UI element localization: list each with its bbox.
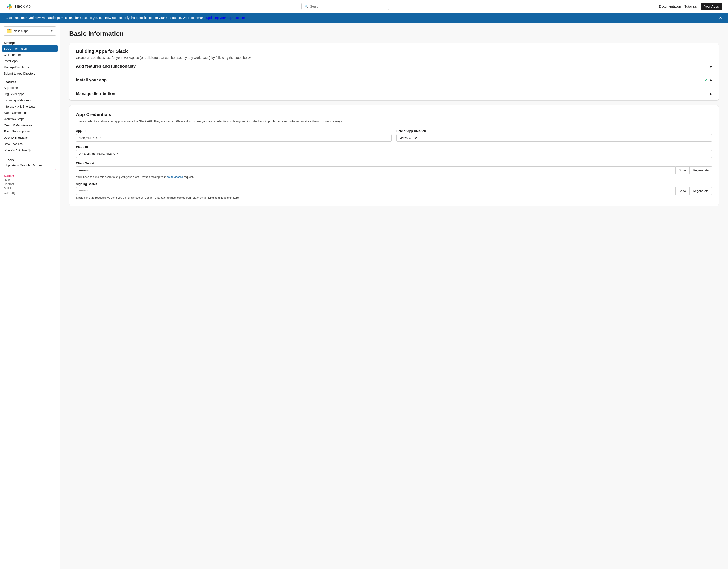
accordion-add-features-label: Add features and functionality [76, 64, 136, 69]
sidebar-item-update-granular-scopes[interactable]: Update to Granular Scopes [6, 163, 54, 168]
settings-section: Settings Basic Information Collaborators… [0, 39, 60, 77]
banner-close-button[interactable]: ✕ [719, 16, 722, 20]
app-selector[interactable]: 🗂️ classic app ▼ [4, 26, 56, 36]
accordion-install-app[interactable]: Install your app ✔ ▶ [69, 73, 719, 87]
accordion-manage-dist[interactable]: Manage distribution ▶ [69, 87, 719, 100]
slack-heart: Slack ♥ [4, 174, 56, 177]
sidebar-item-event-subscriptions[interactable]: Event Subscriptions [0, 128, 60, 135]
banner-text: Slack has improved how we handle permiss… [6, 16, 246, 20]
chevron-down-icon: ▼ [51, 30, 53, 32]
client-secret-regenerate-button[interactable]: Regenerate [690, 166, 712, 174]
signing-secret-show-button[interactable]: Show [676, 187, 690, 195]
search-input[interactable] [310, 5, 386, 8]
info-icon: ⓘ [28, 148, 31, 152]
sidebar-item-slash-commands[interactable]: Slash Commands [0, 110, 60, 116]
building-title: Building Apps for Slack [76, 49, 712, 54]
credentials-section: App Credentials These credentials allow … [69, 105, 719, 206]
accordion-manage-label: Manage distribution [76, 91, 115, 96]
sidebar-item-beta-features[interactable]: Beta Features [0, 141, 60, 147]
signing-secret-row: Show Regenerate [76, 187, 712, 195]
your-apps-button[interactable]: Your Apps [701, 3, 722, 10]
logo-api-text: api [26, 4, 32, 9]
slack-logo-icon [6, 3, 13, 10]
search-icon: 🔍 [304, 5, 308, 8]
sidebar-item-basic-information[interactable]: Basic Information [2, 45, 58, 52]
accordion-add-features[interactable]: Add features and functionality ▶ [69, 60, 719, 73]
sidebar-item-user-id-translation[interactable]: User ID Translation [0, 135, 60, 141]
sidebar-footer: Slack ♥ Help Contact Policies Our Blog [0, 174, 60, 195]
main-content: Basic Information Building Apps for Slac… [60, 23, 728, 569]
signing-secret-input [76, 187, 676, 195]
app-selector-icon: 🗂️ [7, 28, 12, 33]
client-secret-hint: You'll need to send this secret along wi… [76, 175, 712, 179]
sidebar-item-app-home[interactable]: App Home [0, 85, 60, 91]
page-title: Basic Information [69, 30, 719, 37]
sidebar-item-collaborators[interactable]: Collaborators [0, 52, 60, 58]
chevron-right-icon-2: ▶ [710, 78, 712, 82]
building-section: Building Apps for Slack Create an app th… [69, 43, 719, 60]
app-credentials-card: App Credentials These credentials allow … [69, 105, 719, 206]
sidebar-item-org-level-apps[interactable]: Org Level Apps [0, 91, 60, 97]
logo-slack-text: slack [14, 4, 25, 9]
client-secret-label: Client Secret [76, 162, 712, 165]
building-apps-card: Building Apps for Slack Create an app th… [69, 43, 719, 101]
sidebar-item-interactivity-shortcuts[interactable]: Interactivity & Shortcuts [0, 103, 60, 110]
tools-section-title: Tools [6, 158, 54, 163]
sidebar: 🗂️ classic app ▼ Settings Basic Informat… [0, 23, 60, 569]
client-secret-input [76, 166, 676, 174]
banner-link[interactable]: updating your app's scopes [206, 16, 246, 20]
footer-help-link[interactable]: Help [4, 177, 56, 182]
client-secret-show-button[interactable]: Show [676, 166, 690, 174]
tutorials-link[interactable]: Tutorials [685, 5, 697, 8]
footer-blog-link[interactable]: Our Blog [4, 191, 56, 195]
client-secret-group: Client Secret Show Regenerate You'll nee… [76, 162, 712, 179]
header: slack api 🔍 Documentation Tutorials Your… [0, 0, 728, 13]
header-nav: Documentation Tutorials Your Apps [659, 3, 722, 10]
sidebar-item-wheres-bot-user[interactable]: Where's Bot User ⓘ [0, 147, 60, 154]
date-group: Date of App Creation [396, 129, 712, 142]
client-id-group: Client ID [76, 145, 712, 158]
footer-policies-link[interactable]: Policies [4, 186, 56, 191]
client-id-label: Client ID [76, 145, 712, 149]
app-id-date-row: App ID Date of App Creation [76, 129, 712, 142]
logo: slack api [6, 3, 32, 10]
credentials-desc: These credentials allow your app to acce… [76, 119, 712, 124]
sidebar-item-workflow-steps[interactable]: Workflow Steps [0, 116, 60, 122]
chevron-right-icon: ▶ [710, 65, 712, 68]
signing-secret-label: Signing Secret [76, 182, 712, 186]
sidebar-item-incoming-webhooks[interactable]: Incoming Webhooks [0, 97, 60, 103]
check-icon: ✔ [704, 77, 708, 83]
settings-section-title: Settings [0, 39, 60, 45]
app-selector-name: classic app [14, 29, 28, 33]
app-id-input[interactable] [76, 134, 392, 142]
search-box: 🔍 [301, 3, 389, 10]
footer-contact-link[interactable]: Contact [4, 182, 56, 186]
app-id-label: App ID [76, 129, 392, 133]
announcement-banner: Slack has improved how we handle permiss… [0, 13, 728, 23]
sidebar-item-submit-app-directory[interactable]: Submit to App Directory [0, 70, 60, 77]
building-desc: Create an app that's just for your works… [76, 56, 712, 60]
chevron-right-icon-3: ▶ [710, 92, 712, 96]
sidebar-item-manage-distribution[interactable]: Manage Distribution [0, 64, 60, 70]
features-section: Features App Home Org Level Apps Incomin… [0, 78, 60, 154]
search-container: 🔍 [301, 3, 389, 10]
tools-section-box: Tools Update to Granular Scopes [4, 156, 56, 170]
signing-secret-regenerate-button[interactable]: Regenerate [690, 187, 712, 195]
documentation-link[interactable]: Documentation [659, 5, 681, 8]
app-id-group: App ID [76, 129, 392, 142]
credentials-title: App Credentials [76, 112, 712, 117]
client-secret-row: Show Regenerate [76, 166, 712, 174]
date-input[interactable] [396, 134, 712, 142]
signing-secret-hint: Slack signs the requests we send you usi… [76, 196, 712, 199]
signing-secret-group: Signing Secret Show Regenerate Slack sig… [76, 182, 712, 199]
sidebar-item-install-app[interactable]: Install App [0, 58, 60, 64]
main-layout: 🗂️ classic app ▼ Settings Basic Informat… [0, 23, 728, 569]
date-label: Date of App Creation [396, 129, 712, 133]
oauth-access-link[interactable]: oauth.access [167, 175, 183, 179]
sidebar-item-oauth-permissions[interactable]: OAuth & Permissions [0, 122, 60, 128]
client-id-input[interactable] [76, 150, 712, 158]
accordion-install-label: Install your app [76, 78, 107, 83]
features-section-title: Features [0, 78, 60, 85]
heart-icon: ♥ [12, 174, 14, 177]
